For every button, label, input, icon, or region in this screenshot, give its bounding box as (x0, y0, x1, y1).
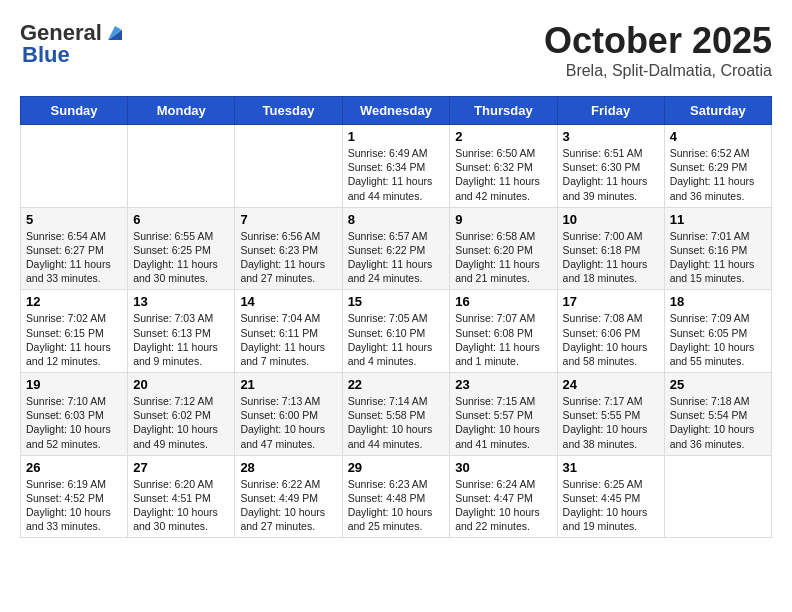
page-subtitle: Brela, Split-Dalmatia, Croatia (544, 62, 772, 80)
calendar-cell: 3Sunrise: 6:51 AM Sunset: 6:30 PM Daylig… (557, 125, 664, 208)
day-header-tuesday: Tuesday (235, 97, 342, 125)
day-info: Sunrise: 7:13 AM Sunset: 6:00 PM Dayligh… (240, 394, 336, 451)
calendar-cell: 17Sunrise: 7:08 AM Sunset: 6:06 PM Dayli… (557, 290, 664, 373)
day-info: Sunrise: 6:24 AM Sunset: 4:47 PM Dayligh… (455, 477, 551, 534)
day-number: 13 (133, 294, 229, 309)
day-number: 1 (348, 129, 445, 144)
day-info: Sunrise: 6:23 AM Sunset: 4:48 PM Dayligh… (348, 477, 445, 534)
day-number: 5 (26, 212, 122, 227)
day-number: 16 (455, 294, 551, 309)
day-info: Sunrise: 6:49 AM Sunset: 6:34 PM Dayligh… (348, 146, 445, 203)
day-number: 9 (455, 212, 551, 227)
day-number: 10 (563, 212, 659, 227)
day-info: Sunrise: 7:04 AM Sunset: 6:11 PM Dayligh… (240, 311, 336, 368)
calendar-cell: 30Sunrise: 6:24 AM Sunset: 4:47 PM Dayli… (450, 455, 557, 538)
week-row-3: 12Sunrise: 7:02 AM Sunset: 6:15 PM Dayli… (21, 290, 772, 373)
calendar-cell (664, 455, 771, 538)
day-info: Sunrise: 6:25 AM Sunset: 4:45 PM Dayligh… (563, 477, 659, 534)
day-number: 11 (670, 212, 766, 227)
day-info: Sunrise: 7:05 AM Sunset: 6:10 PM Dayligh… (348, 311, 445, 368)
week-row-5: 26Sunrise: 6:19 AM Sunset: 4:52 PM Dayli… (21, 455, 772, 538)
day-info: Sunrise: 7:12 AM Sunset: 6:02 PM Dayligh… (133, 394, 229, 451)
day-number: 12 (26, 294, 122, 309)
day-number: 8 (348, 212, 445, 227)
calendar-cell: 4Sunrise: 6:52 AM Sunset: 6:29 PM Daylig… (664, 125, 771, 208)
calendar-cell (235, 125, 342, 208)
calendar-cell (128, 125, 235, 208)
day-info: Sunrise: 7:07 AM Sunset: 6:08 PM Dayligh… (455, 311, 551, 368)
calendar-cell: 27Sunrise: 6:20 AM Sunset: 4:51 PM Dayli… (128, 455, 235, 538)
day-info: Sunrise: 6:54 AM Sunset: 6:27 PM Dayligh… (26, 229, 122, 286)
calendar-cell: 7Sunrise: 6:56 AM Sunset: 6:23 PM Daylig… (235, 207, 342, 290)
day-number: 15 (348, 294, 445, 309)
day-number: 20 (133, 377, 229, 392)
day-info: Sunrise: 7:14 AM Sunset: 5:58 PM Dayligh… (348, 394, 445, 451)
day-number: 4 (670, 129, 766, 144)
day-info: Sunrise: 6:58 AM Sunset: 6:20 PM Dayligh… (455, 229, 551, 286)
day-header-saturday: Saturday (664, 97, 771, 125)
calendar-cell: 29Sunrise: 6:23 AM Sunset: 4:48 PM Dayli… (342, 455, 450, 538)
day-info: Sunrise: 6:57 AM Sunset: 6:22 PM Dayligh… (348, 229, 445, 286)
day-number: 30 (455, 460, 551, 475)
day-header-wednesday: Wednesday (342, 97, 450, 125)
day-number: 27 (133, 460, 229, 475)
day-info: Sunrise: 7:03 AM Sunset: 6:13 PM Dayligh… (133, 311, 229, 368)
day-info: Sunrise: 6:22 AM Sunset: 4:49 PM Dayligh… (240, 477, 336, 534)
calendar-table: SundayMondayTuesdayWednesdayThursdayFrid… (20, 96, 772, 538)
calendar-cell: 11Sunrise: 7:01 AM Sunset: 6:16 PM Dayli… (664, 207, 771, 290)
day-number: 22 (348, 377, 445, 392)
logo: General Blue (20, 20, 126, 68)
calendar-cell: 31Sunrise: 6:25 AM Sunset: 4:45 PM Dayli… (557, 455, 664, 538)
calendar-cell: 2Sunrise: 6:50 AM Sunset: 6:32 PM Daylig… (450, 125, 557, 208)
day-number: 3 (563, 129, 659, 144)
day-number: 7 (240, 212, 336, 227)
day-number: 19 (26, 377, 122, 392)
logo-icon (104, 22, 126, 44)
day-number: 24 (563, 377, 659, 392)
calendar-cell: 9Sunrise: 6:58 AM Sunset: 6:20 PM Daylig… (450, 207, 557, 290)
logo-blue-text: Blue (22, 42, 70, 68)
day-info: Sunrise: 6:50 AM Sunset: 6:32 PM Dayligh… (455, 146, 551, 203)
day-info: Sunrise: 7:01 AM Sunset: 6:16 PM Dayligh… (670, 229, 766, 286)
day-number: 23 (455, 377, 551, 392)
page-header: General Blue October 2025 Brela, Split-D… (20, 20, 772, 80)
calendar-cell: 25Sunrise: 7:18 AM Sunset: 5:54 PM Dayli… (664, 373, 771, 456)
day-info: Sunrise: 7:08 AM Sunset: 6:06 PM Dayligh… (563, 311, 659, 368)
week-row-4: 19Sunrise: 7:10 AM Sunset: 6:03 PM Dayli… (21, 373, 772, 456)
day-number: 31 (563, 460, 659, 475)
day-number: 25 (670, 377, 766, 392)
calendar-cell: 28Sunrise: 6:22 AM Sunset: 4:49 PM Dayli… (235, 455, 342, 538)
day-number: 18 (670, 294, 766, 309)
calendar-cell: 24Sunrise: 7:17 AM Sunset: 5:55 PM Dayli… (557, 373, 664, 456)
calendar-cell: 8Sunrise: 6:57 AM Sunset: 6:22 PM Daylig… (342, 207, 450, 290)
day-header-monday: Monday (128, 97, 235, 125)
title-block: October 2025 Brela, Split-Dalmatia, Croa… (544, 20, 772, 80)
calendar-cell: 20Sunrise: 7:12 AM Sunset: 6:02 PM Dayli… (128, 373, 235, 456)
calendar-cell: 10Sunrise: 7:00 AM Sunset: 6:18 PM Dayli… (557, 207, 664, 290)
page-title: October 2025 (544, 20, 772, 62)
day-info: Sunrise: 6:20 AM Sunset: 4:51 PM Dayligh… (133, 477, 229, 534)
day-header-sunday: Sunday (21, 97, 128, 125)
day-info: Sunrise: 7:02 AM Sunset: 6:15 PM Dayligh… (26, 311, 122, 368)
calendar-cell: 19Sunrise: 7:10 AM Sunset: 6:03 PM Dayli… (21, 373, 128, 456)
day-number: 6 (133, 212, 229, 227)
day-info: Sunrise: 7:15 AM Sunset: 5:57 PM Dayligh… (455, 394, 551, 451)
day-info: Sunrise: 7:17 AM Sunset: 5:55 PM Dayligh… (563, 394, 659, 451)
calendar-cell (21, 125, 128, 208)
calendar-cell: 13Sunrise: 7:03 AM Sunset: 6:13 PM Dayli… (128, 290, 235, 373)
calendar-cell: 5Sunrise: 6:54 AM Sunset: 6:27 PM Daylig… (21, 207, 128, 290)
calendar-cell: 15Sunrise: 7:05 AM Sunset: 6:10 PM Dayli… (342, 290, 450, 373)
calendar-cell: 21Sunrise: 7:13 AM Sunset: 6:00 PM Dayli… (235, 373, 342, 456)
day-info: Sunrise: 6:19 AM Sunset: 4:52 PM Dayligh… (26, 477, 122, 534)
calendar-cell: 23Sunrise: 7:15 AM Sunset: 5:57 PM Dayli… (450, 373, 557, 456)
week-row-2: 5Sunrise: 6:54 AM Sunset: 6:27 PM Daylig… (21, 207, 772, 290)
day-number: 28 (240, 460, 336, 475)
day-header-friday: Friday (557, 97, 664, 125)
calendar-cell: 12Sunrise: 7:02 AM Sunset: 6:15 PM Dayli… (21, 290, 128, 373)
day-number: 21 (240, 377, 336, 392)
calendar-cell: 6Sunrise: 6:55 AM Sunset: 6:25 PM Daylig… (128, 207, 235, 290)
day-info: Sunrise: 6:55 AM Sunset: 6:25 PM Dayligh… (133, 229, 229, 286)
day-number: 14 (240, 294, 336, 309)
calendar-cell: 18Sunrise: 7:09 AM Sunset: 6:05 PM Dayli… (664, 290, 771, 373)
week-row-1: 1Sunrise: 6:49 AM Sunset: 6:34 PM Daylig… (21, 125, 772, 208)
